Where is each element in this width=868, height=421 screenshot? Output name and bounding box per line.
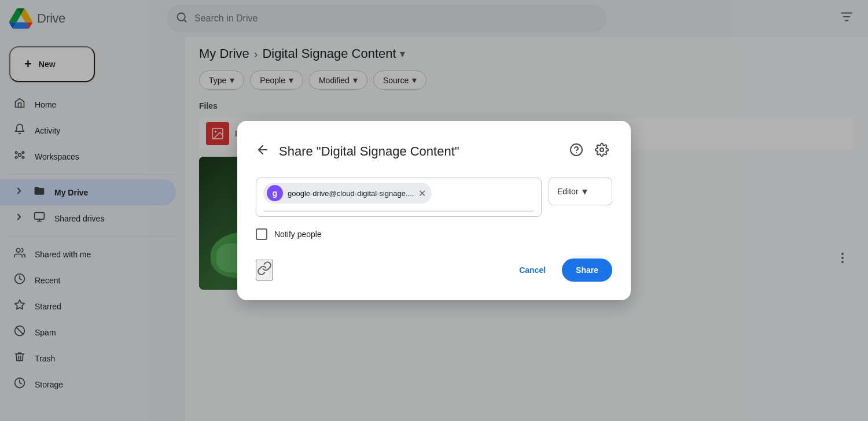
- notify-label: Notify people: [274, 230, 322, 239]
- dialog-back-button[interactable]: [256, 143, 270, 160]
- role-dropdown-icon: ▾: [582, 185, 587, 198]
- recipient-email: google-drive@cloud-digital-signage....: [288, 189, 414, 198]
- share-input-underline: [263, 211, 534, 212]
- share-input-row: g google-drive@cloud-digital-signage....…: [256, 178, 612, 217]
- cancel-button[interactable]: Cancel: [510, 260, 555, 280]
- recipient-avatar-letter: g: [273, 189, 278, 198]
- dialog-title: Share "Digital Signage Content": [279, 144, 459, 159]
- dialog-help-button[interactable]: [566, 139, 587, 164]
- dialog-footer: Cancel Share: [256, 258, 612, 282]
- share-chips-container: g google-drive@cloud-digital-signage....…: [263, 183, 534, 204]
- share-chip-recipient: g google-drive@cloud-digital-signage....…: [263, 183, 432, 204]
- share-button[interactable]: Share: [562, 258, 612, 282]
- recipient-avatar: g: [267, 185, 283, 201]
- dialog-header-icons: [566, 139, 612, 164]
- dialog-header: Share "Digital Signage Content": [256, 139, 612, 164]
- remove-recipient-button[interactable]: ✕: [418, 188, 426, 199]
- dialog-settings-button[interactable]: [591, 139, 612, 164]
- share-dialog: Share "Digital Signage Content" g: [237, 121, 631, 300]
- share-input-box[interactable]: g google-drive@cloud-digital-signage....…: [256, 178, 542, 217]
- notify-row: Notify people: [256, 228, 612, 240]
- notify-checkbox[interactable]: [256, 228, 267, 240]
- role-selector[interactable]: Editor ▾: [549, 178, 612, 205]
- role-label: Editor: [557, 187, 579, 196]
- dialog-overlay: Share "Digital Signage Content" g: [0, 0, 868, 421]
- copy-link-button[interactable]: [256, 260, 273, 280]
- dialog-title-area: Share "Digital Signage Content": [256, 143, 459, 160]
- svg-point-26: [600, 148, 604, 152]
